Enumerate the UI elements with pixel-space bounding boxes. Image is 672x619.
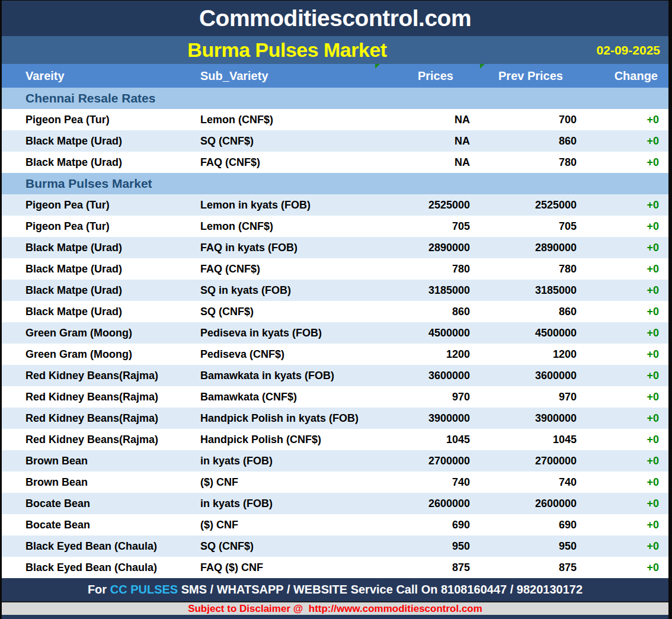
price-cell: 2525000	[375, 194, 480, 216]
cell-note-triangle-icon	[480, 64, 485, 69]
prev-price-cell: 2890000	[480, 237, 587, 258]
price-cell: NA	[375, 152, 480, 173]
price-cell: NA	[375, 130, 480, 152]
price-cell: 1045	[375, 429, 480, 450]
price-cell: 2700000	[375, 450, 480, 472]
change-cell: +0	[587, 408, 668, 429]
table-row: Red Kidney Beans(Rajma)Bamawkata in kyat…	[2, 365, 668, 386]
service-brand: CC PULSES	[110, 583, 178, 596]
variety-cell: Brown Bean	[2, 450, 196, 472]
price-cell: 2600000	[375, 493, 480, 514]
prev-price-cell: 690	[480, 514, 587, 535]
table-row: Black Matpe (Urad)FAQ (CNF$)NA780+0	[2, 152, 668, 173]
table-body: Chennai Resale RatesPigeon Pea (Tur)Lemo…	[2, 88, 668, 578]
prev-price-cell: 2525000	[480, 194, 587, 216]
table-row: Pigeon Pea (Tur)Lemon in kyats (FOB)2525…	[2, 194, 668, 216]
variety-cell: Black Eyed Bean (Chaula)	[2, 535, 196, 557]
prev-price-cell: 970	[480, 386, 587, 408]
prev-price-cell: 705	[480, 216, 587, 237]
price-cell: 4500000	[375, 322, 480, 344]
sub-variety-cell: Pediseva in kyats (FOB)	[196, 322, 375, 344]
variety-cell: Red Kidney Beans(Rajma)	[2, 365, 196, 386]
bottom-border-strip	[2, 615, 668, 619]
price-cell: 690	[375, 514, 480, 535]
prev-price-cell: 860	[480, 130, 587, 152]
variety-cell: Black Matpe (Urad)	[2, 152, 196, 173]
sub-variety-cell: Lemon (CNF$)	[196, 216, 375, 237]
change-cell: +0	[587, 365, 668, 386]
sub-variety-cell: Lemon (CNF$)	[196, 109, 375, 130]
service-text: SMS / WHATSAPP / WEBSITE Service Call On…	[178, 583, 583, 596]
column-header-prices: Prices	[375, 64, 480, 88]
variety-cell: Black Matpe (Urad)	[2, 280, 196, 301]
change-cell: +0	[587, 535, 668, 557]
prev-price-cell: 780	[480, 152, 587, 173]
sub-variety-cell: Lemon in kyats (FOB)	[196, 194, 375, 216]
prev-price-cell: 780	[480, 258, 587, 280]
report-title-wrap: Burma Pulses Market	[2, 39, 572, 62]
variety-cell: Black Matpe (Urad)	[2, 258, 196, 280]
prev-price-cell: 700	[480, 109, 587, 130]
change-cell: +0	[587, 152, 668, 173]
variety-cell: Green Gram (Moong)	[2, 344, 196, 365]
table-row: Brown Bean($) CNF740740+0	[2, 472, 668, 493]
table-row: Black Matpe (Urad)FAQ (CNF$)780780+0	[2, 258, 668, 280]
sub-variety-cell: FAQ (CNF$)	[196, 258, 375, 280]
sub-variety-cell: ($) CNF	[196, 514, 375, 535]
change-cell: +0	[587, 322, 668, 344]
prev-price-cell: 950	[480, 535, 587, 557]
report-subtitle-bar: Burma Pulses Market 02-09-2025	[2, 36, 668, 64]
variety-cell: Brown Bean	[2, 472, 196, 493]
table-row: Red Kidney Beans(Rajma)Bamawkata (CNF$)9…	[2, 386, 668, 408]
table-row: Green Gram (Moong)Pediseva in kyats (FOB…	[2, 322, 668, 344]
change-cell: +0	[587, 472, 668, 493]
price-cell: 740	[375, 472, 480, 493]
sub-variety-cell: FAQ (CNF$)	[196, 152, 375, 173]
table-row: Red Kidney Beans(Rajma)Handpick Polish i…	[2, 408, 668, 429]
prev-price-cell: 860	[480, 301, 587, 322]
table-row: Brown Beanin kyats (FOB)27000002700000+0	[2, 450, 668, 472]
sub-variety-cell: FAQ ($) CNF	[196, 557, 375, 578]
table-row: Bocate Bean($) CNF690690+0	[2, 514, 668, 535]
sub-variety-cell: SQ (CNF$)	[196, 535, 375, 557]
site-title-bar: Commoditiescontrol.com	[2, 1, 668, 36]
report-title: Burma Pulses Market	[187, 39, 386, 62]
variety-cell: Black Matpe (Urad)	[2, 130, 196, 152]
sub-variety-cell: SQ in kyats (FOB)	[196, 280, 375, 301]
price-cell: 3185000	[375, 280, 480, 301]
table-column-header-row: Vareity Sub_Variety Prices Prev Prices C…	[2, 64, 668, 88]
variety-cell: Bocate Bean	[2, 514, 196, 535]
change-cell: +0	[587, 386, 668, 408]
prev-price-cell: 2700000	[480, 450, 587, 472]
sub-variety-cell: ($) CNF	[196, 472, 375, 493]
service-prefix: For	[88, 583, 110, 596]
sub-variety-cell: SQ (CNF$)	[196, 301, 375, 322]
variety-cell: Pigeon Pea (Tur)	[2, 194, 196, 216]
sub-variety-cell: Pediseva (CNF$)	[196, 344, 375, 365]
section-header-row: Burma Pulses Market	[2, 173, 668, 194]
table-row: Black Eyed Bean (Chaula)FAQ ($) CNF87587…	[2, 557, 668, 578]
change-cell: +0	[587, 130, 668, 152]
disclaimer-link[interactable]: http://www.commoditiescontrol.com	[309, 603, 482, 615]
report-page: Commoditiescontrol.com Burma Pulses Mark…	[0, 0, 672, 619]
price-cell: 875	[375, 557, 480, 578]
prev-price-cell: 1200	[480, 344, 587, 365]
table-row: Pigeon Pea (Tur)Lemon (CNF$)NA700+0	[2, 109, 668, 130]
change-cell: +0	[587, 258, 668, 280]
column-header-prev-prices: Prev Prices	[480, 64, 587, 88]
column-header-change: Change	[587, 64, 668, 88]
section-header-row: Chennai Resale Rates	[2, 88, 668, 109]
table-row: Black Matpe (Urad)FAQ in kyats (FOB)2890…	[2, 237, 668, 258]
price-cell: 780	[375, 258, 480, 280]
prev-price-cell: 2600000	[480, 493, 587, 514]
price-cell: 860	[375, 301, 480, 322]
variety-cell: Black Matpe (Urad)	[2, 301, 196, 322]
service-contact-bar: For CC PULSES SMS / WHATSAPP / WEBSITE S…	[2, 578, 668, 601]
variety-cell: Pigeon Pea (Tur)	[2, 109, 196, 130]
report-date: 02-09-2025	[572, 43, 668, 57]
change-cell: +0	[587, 429, 668, 450]
sub-variety-cell: Bamawkata in kyats (FOB)	[196, 365, 375, 386]
sub-variety-cell: Handpick Polish in kyats (FOB)	[196, 408, 375, 429]
prev-price-cell: 3600000	[480, 365, 587, 386]
variety-cell: Black Matpe (Urad)	[2, 237, 196, 258]
